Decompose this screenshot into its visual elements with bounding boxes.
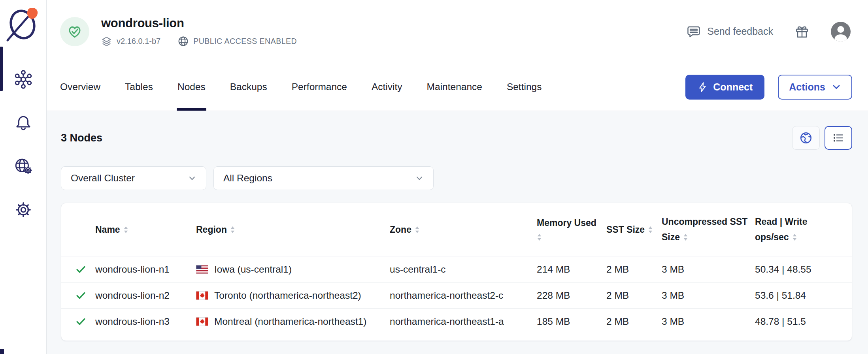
sort-icon	[792, 233, 797, 241]
actions-label: Actions	[789, 81, 825, 93]
column-name[interactable]: Name	[95, 224, 196, 235]
chat-bubble-icon	[686, 24, 702, 40]
tabs: Overview Tables Nodes Backups Performanc…	[60, 63, 542, 111]
node-memory: 214 MB	[537, 264, 606, 275]
flag-icon	[196, 265, 208, 274]
column-memory-used[interactable]: Memory Used	[537, 218, 606, 241]
node-status	[75, 264, 95, 275]
region-label: Montreal (northamerica-northeast1)	[214, 316, 366, 327]
content-head: 3 Nodes	[61, 126, 852, 150]
actions-button[interactable]: Actions	[778, 75, 852, 100]
region-filter-value: All Regions	[223, 173, 415, 184]
connect-label: Connect	[713, 81, 753, 93]
us-flag-icon	[196, 265, 208, 274]
tab-activity[interactable]: Activity	[372, 63, 402, 111]
yugabyte-logo-icon[interactable]	[5, 5, 42, 42]
column-zone[interactable]: Zone	[390, 224, 537, 235]
tab-actions: Connect Actions	[685, 63, 868, 111]
tab-bar: Overview Tables Nodes Backups Performanc…	[47, 63, 868, 111]
column-label: Name	[95, 224, 120, 235]
health-badge	[60, 17, 89, 46]
tab-performance[interactable]: Performance	[292, 63, 347, 111]
flag-icon	[196, 291, 208, 300]
send-feedback-button[interactable]: Send feedback	[686, 24, 773, 40]
gift-icon	[794, 23, 810, 40]
chevron-down-icon	[188, 174, 196, 183]
version-label: v2.16.0.1-b7	[117, 37, 160, 46]
cluster-filter-value: Overall Cluster	[71, 173, 188, 184]
tab-nodes[interactable]: Nodes	[177, 63, 206, 111]
connect-button[interactable]: Connect	[685, 75, 764, 100]
cluster-hub-icon	[13, 70, 33, 89]
node-sst-size: 2 MB	[606, 290, 662, 301]
sort-icon	[683, 233, 688, 241]
sidebar-active-indicator	[0, 47, 3, 91]
node-region: Iowa (us-central1)	[196, 264, 390, 275]
heart-check-icon	[66, 23, 83, 40]
content: 3 Nodes	[47, 111, 868, 354]
green-check-icon	[75, 264, 86, 275]
sort-icon	[415, 226, 420, 234]
column-label: ops/sec	[755, 232, 789, 243]
tab-maintenance[interactable]: Maintenance	[427, 63, 482, 111]
column-region[interactable]: Region	[196, 224, 390, 235]
node-status	[75, 290, 95, 301]
cluster-header: wondrous-lion v2.16.0.1-b7 PUBLIC ACCE	[47, 0, 868, 63]
region-filter-select[interactable]: All Regions	[213, 166, 434, 190]
node-read-write-ops: 53.6 | 51.84	[755, 290, 838, 301]
sidebar-item-network[interactable]	[0, 145, 46, 188]
sidebar	[0, 0, 47, 354]
table-row: wondrous-lion-n3 Montreal (northamerica-…	[61, 308, 852, 334]
globe-map-view-icon	[799, 131, 813, 145]
column-label: Read | Write	[755, 217, 808, 227]
app-root: wondrous-lion v2.16.0.1-b7 PUBLIC ACCE	[0, 0, 868, 354]
globe-gear-icon	[13, 156, 33, 176]
tab-settings[interactable]: Settings	[507, 63, 542, 111]
green-check-icon	[75, 290, 86, 301]
title-block: wondrous-lion v2.16.0.1-b7 PUBLIC ACCE	[101, 16, 297, 47]
lightning-icon	[697, 82, 708, 92]
list-view-toggle[interactable]	[825, 126, 852, 150]
node-memory: 185 MB	[537, 316, 606, 327]
node-uncompressed-sst: 3 MB	[662, 264, 755, 275]
tab-backups[interactable]: Backups	[230, 63, 267, 111]
tab-overview[interactable]: Overview	[60, 63, 100, 111]
map-view-toggle[interactable]	[792, 126, 820, 150]
nodes-table-card: Name Region Zone	[61, 203, 852, 341]
list-view-icon	[832, 131, 845, 145]
sidebar-item-alerts[interactable]	[0, 101, 46, 145]
green-check-icon	[75, 316, 86, 327]
node-region: Toronto (northamerica-northeast2)	[196, 290, 390, 301]
chevron-down-icon	[415, 174, 424, 183]
tab-tables[interactable]: Tables	[125, 63, 153, 111]
node-uncompressed-sst: 3 MB	[662, 316, 755, 327]
cluster-meta: v2.16.0.1-b7 PUBLIC ACCESS ENABLED	[101, 36, 297, 47]
node-zone: us-central1-c	[390, 264, 537, 275]
node-name: wondrous-lion-n1	[95, 264, 196, 275]
cluster-filter-select[interactable]: Overall Cluster	[61, 166, 206, 190]
column-label: Zone	[390, 224, 411, 235]
node-name: wondrous-lion-n2	[95, 290, 196, 301]
column-uncompressed-sst-size[interactable]: Uncompressed SST Size	[662, 217, 755, 243]
send-feedback-label: Send feedback	[707, 26, 773, 37]
gift-button[interactable]	[794, 23, 810, 40]
page-title: wondrous-lion	[101, 16, 297, 30]
sort-icon	[537, 233, 542, 241]
node-zone: northamerica-northeast2-c	[390, 290, 537, 301]
column-read-write-ops[interactable]: Read | Write ops/sec	[755, 217, 838, 243]
node-status	[75, 316, 95, 327]
canada-flag-icon	[196, 317, 208, 326]
column-label: Region	[196, 224, 227, 235]
table-header-row: Name Region Zone	[61, 203, 852, 256]
bell-icon	[14, 114, 32, 132]
column-sst-size[interactable]: SST Size	[606, 224, 662, 235]
user-avatar[interactable]	[831, 22, 851, 41]
sort-icon	[123, 226, 128, 234]
sidebar-item-clusters[interactable]	[0, 58, 46, 101]
region-label: Iowa (us-central1)	[214, 264, 292, 275]
nodes-count-heading: 3 Nodes	[61, 132, 102, 144]
sidebar-item-settings[interactable]	[0, 188, 46, 232]
gear-icon	[13, 200, 33, 220]
column-label: Memory Used	[537, 218, 596, 228]
canada-flag-icon	[196, 291, 208, 300]
